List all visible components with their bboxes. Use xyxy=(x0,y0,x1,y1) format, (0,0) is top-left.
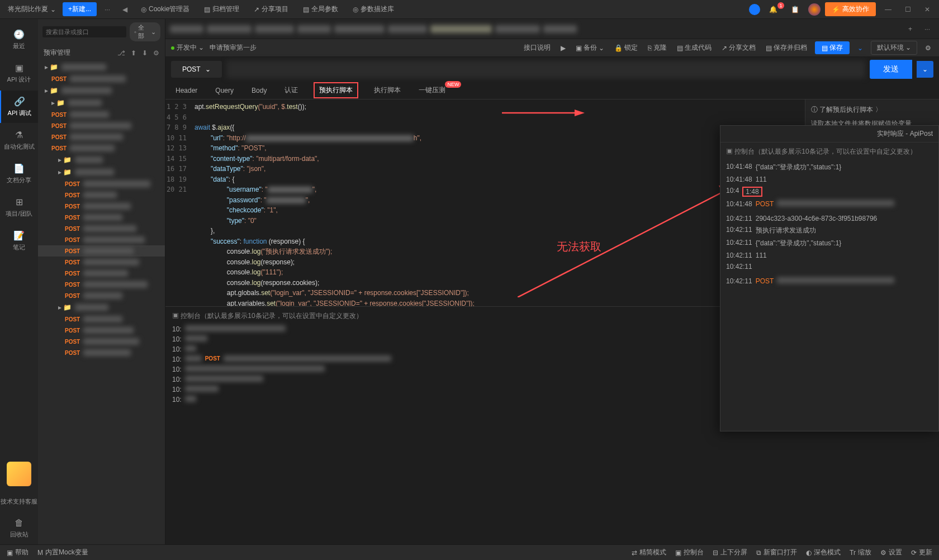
tree-item[interactable]: POST xyxy=(38,201,165,212)
tree-item[interactable]: POST xyxy=(38,234,165,245)
tree-item[interactable]: ▸ 📁 xyxy=(38,84,165,97)
tab-pre-script[interactable]: 预执行脚本 xyxy=(314,82,358,98)
tree-item[interactable]: ▸ 📁 xyxy=(38,154,165,166)
api-desc-button[interactable]: 接口说明 xyxy=(521,43,553,53)
share-project-button[interactable]: ↗ 分享项目 xyxy=(248,4,294,14)
tree-item[interactable]: ▸ 📁 xyxy=(38,301,165,314)
minimize-icon[interactable]: — xyxy=(880,6,896,13)
tree-item[interactable]: ▸ 📁 xyxy=(38,61,165,73)
tree-item[interactable]: POST xyxy=(38,212,165,223)
rail-api-debug[interactable]: 🔗API 调试 xyxy=(0,91,38,123)
env-select[interactable]: 默认环境 ⌄ xyxy=(871,41,917,55)
send-dropdown[interactable]: ⌄ xyxy=(917,61,933,78)
settings-button[interactable]: ⚙ 设置 xyxy=(880,548,902,557)
tab-query[interactable]: Query xyxy=(213,83,236,98)
dev-status[interactable]: 开发中 ⌄ xyxy=(171,43,204,53)
split-button[interactable]: ⊟ 上下分屏 xyxy=(713,548,747,557)
zoom-button[interactable]: Tr 缩放 xyxy=(850,548,871,557)
tab[interactable] xyxy=(170,25,203,33)
backup-button[interactable]: ▣ 备份 ⌄ xyxy=(573,43,606,53)
workspace-name[interactable]: 将光阴比作夏 ⌄ xyxy=(4,4,59,14)
close-icon[interactable]: ✕ xyxy=(920,6,935,13)
new-button[interactable]: +新建... xyxy=(63,2,97,16)
tab[interactable] xyxy=(495,25,540,33)
tree-item[interactable]: POST xyxy=(38,314,165,325)
tree-item[interactable]: POST xyxy=(38,245,165,257)
tree-item[interactable]: POST xyxy=(38,143,165,154)
mock-button[interactable]: M 内置Mock变量 xyxy=(37,548,88,557)
upload-icon[interactable]: ⬆ xyxy=(131,49,136,57)
archive-button[interactable]: ▤ 归档管理 xyxy=(198,4,245,14)
send-button[interactable]: 发送 xyxy=(870,60,912,79)
method-select[interactable]: POST ⌄ xyxy=(171,61,222,78)
url-input[interactable] xyxy=(226,60,865,78)
simple-mode-button[interactable]: ⇄ 精简模式 xyxy=(632,548,666,557)
tab[interactable] xyxy=(255,25,294,33)
tree-item[interactable]: POST xyxy=(38,120,165,131)
notification-icon[interactable]: 🔔 xyxy=(765,6,782,13)
gen-code-button[interactable]: ▤ 生成代码 xyxy=(675,43,714,53)
tab[interactable] xyxy=(543,25,577,33)
tab-post-script[interactable]: 执行脚本 xyxy=(372,82,403,98)
tree-item[interactable]: POST xyxy=(38,290,165,301)
tab[interactable] xyxy=(207,25,252,33)
search-input[interactable] xyxy=(42,26,126,37)
tab[interactable] xyxy=(334,25,385,33)
tree-item[interactable]: POST xyxy=(38,279,165,290)
help-link[interactable]: 了解预后执行脚本 xyxy=(819,106,873,113)
download-icon[interactable]: ⬇ xyxy=(142,49,148,57)
rail-auto-test[interactable]: ⚗自动化测试 xyxy=(0,124,38,156)
rail-support[interactable]: 技术支持客服 xyxy=(0,492,38,511)
more-icon[interactable]: ··· xyxy=(100,6,115,13)
promo-badge[interactable] xyxy=(7,462,31,486)
tab-more-icon[interactable]: ··· xyxy=(920,25,935,33)
clone-button[interactable]: ⎘ 克隆 xyxy=(646,43,669,53)
rail-recycle[interactable]: 🗑回收站 xyxy=(0,512,38,544)
note-icon[interactable]: 📋 xyxy=(786,6,804,13)
tree-item[interactable]: POST xyxy=(38,109,165,120)
save-archive-button[interactable]: ▤ 保存并归档 xyxy=(763,43,809,53)
add-tab-icon[interactable]: + xyxy=(904,25,917,33)
param-desc-button[interactable]: ◎ 参数描述库 xyxy=(347,4,400,14)
tree-item[interactable]: ▸ 📁 xyxy=(38,97,165,109)
tree-item[interactable]: POST xyxy=(38,325,165,336)
lock-button[interactable]: 🔒 锁定 xyxy=(612,43,640,53)
rail-api-design[interactable]: ▣API 设计 xyxy=(0,57,38,89)
tree-item[interactable]: POST xyxy=(38,347,165,358)
back-icon[interactable]: ◀ xyxy=(118,6,132,13)
rail-project-team[interactable]: ⊞项目/团队 xyxy=(0,191,38,224)
branch-icon[interactable]: ⎇ xyxy=(117,49,125,57)
help-button[interactable]: ▣ 帮助 xyxy=(7,548,29,557)
play-icon[interactable]: ▶ xyxy=(558,44,568,52)
update-button[interactable]: ⟳ 更新 xyxy=(911,548,932,557)
tree-item[interactable]: POST xyxy=(38,189,165,201)
tab-body[interactable]: Body xyxy=(249,83,269,98)
maximize-icon[interactable]: ☐ xyxy=(900,6,916,13)
sync-icon[interactable] xyxy=(749,4,760,15)
tab[interactable] xyxy=(388,25,427,33)
tree-item[interactable]: POST xyxy=(38,178,165,189)
filter-pill[interactable]: ◦ 全部 ⌄ xyxy=(130,22,160,41)
dark-mode-button[interactable]: ◐ 深色模式 xyxy=(806,548,841,557)
tab-auth[interactable]: 认证 xyxy=(282,82,300,98)
rail-doc-share[interactable]: 📄文档分享 xyxy=(0,158,38,190)
tab-load-test[interactable]: 一键压测NEW xyxy=(416,82,448,98)
rail-notes[interactable]: 📝笔记 xyxy=(0,225,38,257)
console-toggle-button[interactable]: ▣ 控制台 xyxy=(675,548,704,557)
avatar[interactable] xyxy=(808,3,821,16)
collab-button[interactable]: ⚡ 高效协作 xyxy=(825,2,876,16)
tree-item[interactable]: POST xyxy=(38,257,165,268)
cookie-manager-button[interactable]: ◎ Cookie管理器 xyxy=(135,4,195,14)
tree-item[interactable]: POST xyxy=(38,268,165,279)
tab[interactable] xyxy=(297,25,331,33)
rail-recent[interactable]: 🕘最近 xyxy=(0,23,38,56)
tree-item[interactable]: ▸ 📁 xyxy=(38,166,165,178)
share-doc-button[interactable]: ↗ 分享文档 xyxy=(719,43,758,53)
tree-item[interactable]: POST xyxy=(38,73,165,84)
env-settings-icon[interactable]: ⚙ xyxy=(923,44,933,52)
global-params-button[interactable]: ▤ 全局参数 xyxy=(297,4,344,14)
save-button[interactable]: ▤ 保存 xyxy=(815,41,850,54)
tree-item[interactable]: POST xyxy=(38,223,165,234)
tree-item[interactable]: POST xyxy=(38,336,165,347)
tree-item[interactable]: POST xyxy=(38,131,165,143)
